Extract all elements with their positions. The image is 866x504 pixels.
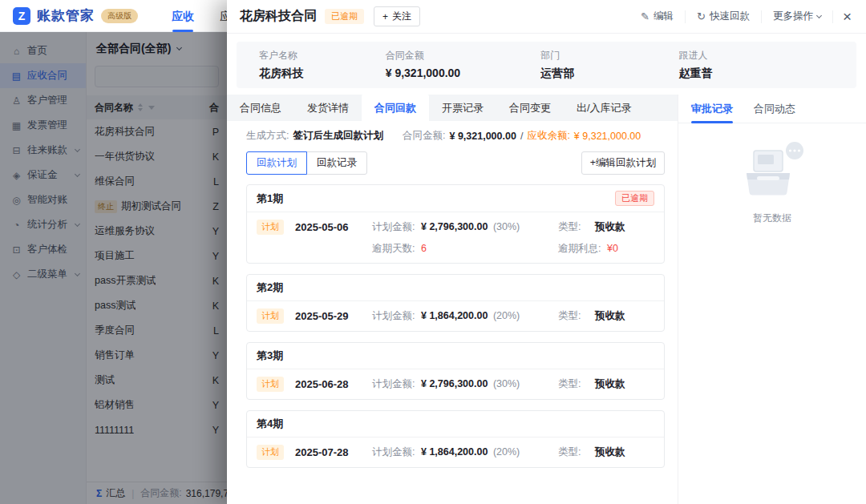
edit-payment-plan-button[interactable]: +编辑回款计划 [581,151,665,175]
drawer-header: 花房科技合同 已逾期 + 关注 ✎ 编辑 ↻ 快速回款 更多操作 × [227,0,866,34]
overdue-badge: 已逾期 [615,191,654,206]
nav-receivable[interactable]: 应收 [172,0,194,32]
info-amount: 合同金额 ¥ 9,321,000.00 [386,49,541,81]
drawer-body: 合同信息 发货详情 合同回款 开票记录 合同变更 出/入库记录 生成方式: 签订… [227,95,866,504]
more-actions-button[interactable]: 更多操作 [762,10,833,23]
right-panel: 审批记录 合同动态 暂无数据 [678,95,866,504]
plan-date: 2025-05-29 [295,310,366,322]
edition-badge: 高级版 [101,9,138,23]
tab-inventory-records[interactable]: 出/入库记录 [564,95,645,121]
overdue-interest: 逾期利息: ¥0 [558,242,654,256]
plan-tag: 计划 [257,220,284,235]
app-logo-icon: Z [13,7,30,25]
installment-card: 第4期 计划 2025-07-28 计划金额: ¥ 1,864,200.00 [246,410,665,468]
plan-type: 类型: 预收款 [558,446,654,459]
plan-tag: 计划 [257,308,284,324]
quick-payment-button[interactable]: ↻ 快速回款 [686,10,762,23]
installment-list: 第1期 已逾期 计划 2025-05-06 计划金额: ¥ 2,796,300.… [246,184,665,468]
info-customer: 客户名称 花房科技 [259,49,386,81]
close-icon[interactable]: × [833,9,853,24]
contract-info-strip: 客户名称 花房科技 合同金额 ¥ 9,321,000.00 部门 运营部 跟进人… [237,42,856,88]
plan-date: 2025-06-28 [295,378,366,390]
tab-contract-payment[interactable]: 合同回款 [362,95,429,121]
plan-tag: 计划 [257,377,284,392]
payment-meta: 生成方式: 签订后生成回款计划 合同金额: ¥ 9,321,000.00 / 应… [246,129,665,143]
plan-type: 类型: 预收款 [558,377,654,391]
follow-button[interactable]: + 关注 [374,6,420,26]
installment-period: 第1期 [257,192,283,206]
detail-tabs: 合同信息 发货详情 合同回款 开票记录 合同变更 出/入库记录 [227,95,678,121]
plan-amount: 计划金额: ¥ 1,864,200.00 (20%) [372,309,552,323]
overdue-days: 逾期天数: 6 [372,242,552,256]
tab-shipping-detail[interactable]: 发货详情 [294,95,362,121]
subtab-payment-plan[interactable]: 回款计划 [246,151,307,175]
installment-card: 第3期 计划 2025-06-28 计划金额: ¥ 2,796,300.00 [246,342,665,400]
tab-contract-changes[interactable]: 合同变更 [496,95,564,121]
tab-approval-records[interactable]: 审批记录 [691,95,733,123]
installment-period: 第3期 [257,349,283,363]
plus-icon: + [382,11,388,22]
plan-type: 类型: 预收款 [558,220,654,234]
edit-button[interactable]: ✎ 编辑 [629,10,686,23]
drawer-main: 合同信息 发货详情 合同回款 开票记录 合同变更 出/入库记录 生成方式: 签订… [227,95,678,504]
tab-contract-activity[interactable]: 合同动态 [754,95,795,123]
plan-amount: 计划金额: ¥ 1,864,200.00 (20%) [372,446,552,459]
installment-period: 第2期 [257,280,283,295]
installment-card: 第1期 已逾期 计划 2025-05-06 计划金额: ¥ 2,796,300.… [246,184,665,264]
plan-type: 类型: 预收款 [558,309,654,323]
drawer-actions: ✎ 编辑 ↻ 快速回款 更多操作 × [629,9,853,24]
contract-detail-drawer: 花房科技合同 已逾期 + 关注 ✎ 编辑 ↻ 快速回款 更多操作 × [227,0,866,504]
plan-date: 2025-05-06 [295,221,366,233]
separator: / [520,131,523,142]
subtabs-row: 回款计划 回款记录 +编辑回款计划 [246,151,665,175]
app-logo-text: 账款管家 [37,6,95,25]
installment-card: 第2期 计划 2025-05-29 计划金额: ¥ 1,864,200.00 [246,274,665,332]
tab-contract-info[interactable]: 合同信息 [227,95,294,121]
right-panel-tabs: 审批记录 合同动态 [678,95,866,123]
empty-state: 暂无数据 [678,139,866,225]
plan-amount: 计划金额: ¥ 2,796,300.00 (30%) [372,377,552,391]
tab-invoice-records[interactable]: 开票记录 [429,95,496,121]
quick-payment-icon: ↻ [697,10,706,22]
installment-period: 第4期 [257,417,283,431]
overdue-status-badge: 已逾期 [325,9,364,24]
drawer-mask[interactable] [0,32,227,504]
contract-title: 花房科技合同 [240,8,317,25]
plan-tag: 计划 [257,445,284,460]
info-department: 部门 运营部 [540,49,678,81]
info-follower: 跟进人 赵重普 [678,49,834,81]
edit-icon: ✎ [641,10,650,22]
empty-text: 暂无数据 [753,212,791,225]
app-root: Z 账款管家 高级版 应收 应付 核算 ⌂ 首页 ▤ 应收合同 ♙ 客户管理 ▦… [0,0,866,504]
empty-inbox-illustration [732,139,812,204]
plan-amount: 计划金额: ¥ 2,796,300.00 (30%) [372,220,552,234]
payment-content: 生成方式: 签订后生成回款计划 合同金额: ¥ 9,321,000.00 / 应… [227,121,678,504]
chevron-down-icon [816,12,822,18]
plan-date: 2025-07-28 [295,446,366,458]
subtab-payment-record[interactable]: 回款记录 [306,151,367,175]
